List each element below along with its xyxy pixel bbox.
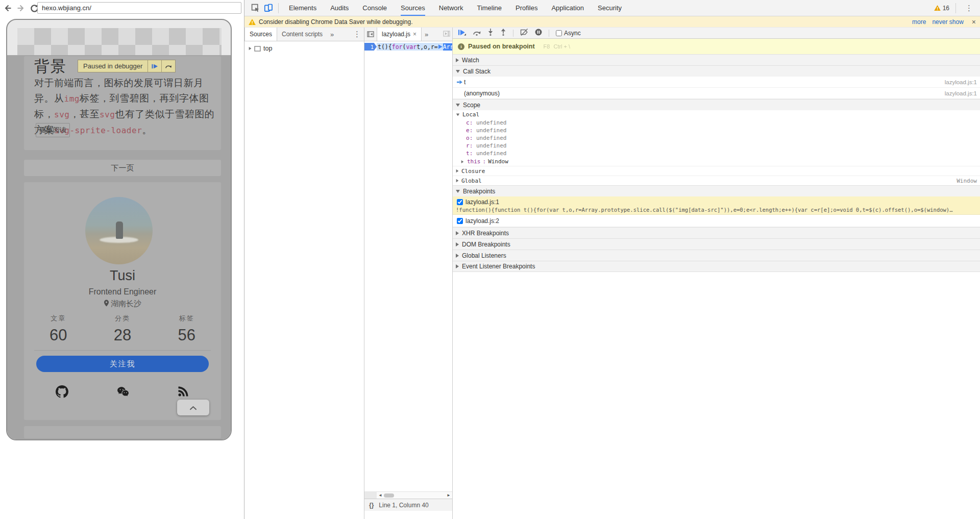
url-bar[interactable]: hexo.wbjiang.cn/ <box>37 2 241 14</box>
show-navigator-icon[interactable] <box>365 29 376 40</box>
section-label: XHR Breakpoints <box>462 230 509 237</box>
resume-script-icon[interactable] <box>148 60 161 72</box>
scope-local-group[interactable]: Local <box>453 110 980 119</box>
more-editor-tabs-icon[interactable]: » <box>422 31 431 38</box>
editor-footer-strip <box>364 511 452 519</box>
stat-posts[interactable]: 文章 60 <box>50 314 67 344</box>
scope-variable-o[interactable]: o: undefined <box>453 134 980 142</box>
show-details-icon[interactable] <box>443 31 450 38</box>
next-page-button[interactable]: 下一页 <box>24 160 221 176</box>
var-name: o <box>466 135 470 141</box>
async-checkbox[interactable] <box>556 30 562 36</box>
step-over-banner-icon[interactable] <box>161 60 175 72</box>
resume-script-icon[interactable] <box>458 29 466 38</box>
inspect-element-icon[interactable] <box>250 3 261 14</box>
rss-icon[interactable] <box>177 385 189 400</box>
call-stack-frame-current[interactable]: t lazyload.js:1 <box>453 77 980 88</box>
var-value: undefined <box>476 119 507 126</box>
para-text: 。 <box>142 125 152 135</box>
editor-tab-lazyload[interactable]: lazyload.js × <box>377 28 422 41</box>
tab-elements[interactable]: Elements <box>289 0 316 16</box>
section-call-stack[interactable]: Call Stack <box>453 65 980 77</box>
section-xhr-breakpoints[interactable]: XHR Breakpoints <box>453 227 980 238</box>
breakpoint-checkbox[interactable] <box>457 199 463 205</box>
code-keyword-for: for <box>392 43 403 51</box>
scope-group-label: Closure <box>461 168 485 175</box>
scope-variable-c[interactable]: c: undefined <box>453 119 980 127</box>
disclosure-triangle-icon[interactable] <box>249 47 252 50</box>
divider <box>34 350 211 351</box>
scope-variable-e[interactable]: e: undefined <box>453 127 980 134</box>
scope-variable-r[interactable]: r: undefined <box>453 142 980 150</box>
step-over-icon[interactable] <box>473 29 481 38</box>
section-breakpoints[interactable]: Breakpoints <box>453 185 980 196</box>
disclosure-triangle-icon <box>456 254 459 258</box>
forward-icon[interactable] <box>15 3 27 14</box>
debugger-toolbar: Async <box>453 28 980 39</box>
scroll-to-top-button[interactable] <box>177 400 209 415</box>
profile-location: 湖南长沙 <box>24 299 221 309</box>
back-icon[interactable] <box>2 3 13 14</box>
never-show-link[interactable]: never show <box>932 18 963 26</box>
stat-value: 28 <box>114 326 131 344</box>
read-more-button[interactable]: 继续阅读 <box>36 123 70 137</box>
deactivate-breakpoints-icon[interactable] <box>520 29 528 38</box>
follow-me-button[interactable]: 关注我 <box>36 356 209 372</box>
stat-categories[interactable]: 分类 28 <box>114 314 131 344</box>
more-tabs-icon[interactable]: » <box>327 31 337 38</box>
location-pin-icon <box>104 300 109 308</box>
tab-security[interactable]: Security <box>598 0 622 16</box>
devtools-menu-icon[interactable]: ⋮ <box>962 4 976 13</box>
section-dom-breakpoints[interactable]: DOM Breakpoints <box>453 238 980 250</box>
more-link[interactable]: more <box>912 18 926 26</box>
stat-tags[interactable]: 标签 56 <box>178 314 195 344</box>
scroll-left-icon[interactable]: ◄ <box>377 493 384 498</box>
tab-audits[interactable]: Audits <box>330 0 349 16</box>
breakpoint-checkbox[interactable] <box>457 218 463 224</box>
post-card: 背景 Paused in debugger 对于前端而言，图标的发展可谓日新月异… <box>24 56 221 150</box>
var-name: this <box>467 158 481 165</box>
wechat-icon[interactable] <box>116 385 130 400</box>
profile-name: Tusi <box>24 268 221 284</box>
tab-timeline[interactable]: Timeline <box>477 0 502 16</box>
tab-sources[interactable]: Sources <box>401 0 425 16</box>
tab-application[interactable]: Application <box>551 0 584 16</box>
step-into-icon[interactable] <box>487 29 494 38</box>
scope-variable-t[interactable]: t: undefined <box>453 150 980 157</box>
scope-variable-this[interactable]: this: Window <box>453 157 980 166</box>
call-stack-frame-anonymous[interactable]: (anonymous) lazyload.js:1 <box>453 88 980 99</box>
section-scope[interactable]: Scope <box>453 99 980 110</box>
code-editor[interactable]: 1 t(){for(var t,o,r=Arr <box>364 41 452 491</box>
profile-title: Frontend Engineer <box>24 287 221 296</box>
navigator-tab-sources[interactable]: Sources <box>244 28 277 41</box>
tree-item-top[interactable]: top <box>263 45 272 52</box>
close-infobar-icon[interactable]: × <box>972 18 976 26</box>
scrollbar-thumb[interactable] <box>384 493 394 498</box>
navigator-menu-icon[interactable]: ⋮ <box>350 30 364 39</box>
breakpoint-entry-1[interactable]: lazyload.js:1 !function(){function t(){f… <box>453 196 980 215</box>
scroll-right-icon[interactable]: ► <box>445 493 452 498</box>
tab-profiles[interactable]: Profiles <box>516 0 537 16</box>
device-toolbar-icon[interactable] <box>263 3 274 14</box>
navigator-tab-content-scripts[interactable]: Content scripts <box>277 28 327 41</box>
pretty-print-icon[interactable]: {} <box>369 502 374 509</box>
pause-on-exceptions-icon[interactable] <box>535 29 542 38</box>
async-label: Async <box>564 30 581 37</box>
tab-network[interactable]: Network <box>439 0 463 16</box>
info-icon: i <box>458 43 464 50</box>
section-global-listeners[interactable]: Global Listeners <box>453 250 980 261</box>
close-tab-icon[interactable]: × <box>413 31 416 38</box>
warning-count-badge[interactable]: 16 <box>934 5 949 12</box>
breakpoint-entry-2[interactable]: lazyload.js:2 <box>453 215 980 227</box>
line-number-execution-marker[interactable]: 1 <box>364 43 377 51</box>
scope-closure-group[interactable]: Closure <box>453 166 980 176</box>
github-icon[interactable] <box>56 385 68 400</box>
section-event-listener-breakpoints[interactable]: Event Listener Breakpoints <box>453 261 980 272</box>
tab-console[interactable]: Console <box>362 0 387 16</box>
step-out-icon[interactable] <box>500 29 506 38</box>
editor-horizontal-scrollbar[interactable]: ◄ ► <box>364 491 452 499</box>
warning-triangle-icon <box>934 5 941 11</box>
disclosure-triangle-icon <box>456 169 459 172</box>
section-watch[interactable]: Watch <box>453 54 980 65</box>
scope-global-group[interactable]: Global Window <box>453 176 980 185</box>
